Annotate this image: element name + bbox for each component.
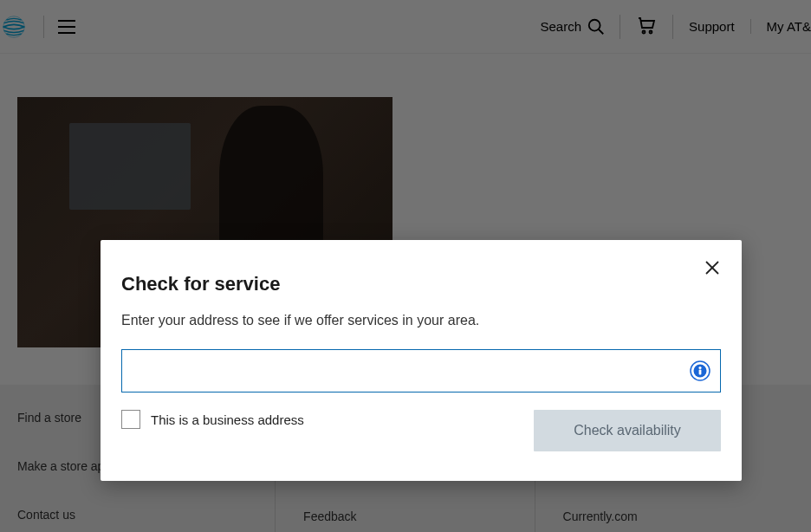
- check-availability-button[interactable]: Check availability: [534, 410, 721, 451]
- close-button[interactable]: [700, 256, 724, 280]
- password-manager-icon[interactable]: [690, 360, 710, 381]
- modal-bottom-row: This is a business address Check availab…: [121, 410, 721, 451]
- service-check-modal: Check for service Enter your address to …: [101, 240, 742, 481]
- checkbox-label: This is a business address: [151, 412, 304, 427]
- modal-title: Check for service: [121, 273, 721, 295]
- svg-point-10: [698, 367, 701, 369]
- svg-rect-11: [699, 370, 702, 375]
- checkbox-box: [121, 410, 140, 429]
- modal-subtitle: Enter your address to see if we offer se…: [121, 313, 721, 328]
- address-input-wrapper: [121, 349, 721, 393]
- address-input[interactable]: [121, 349, 721, 393]
- business-address-checkbox[interactable]: This is a business address: [121, 410, 304, 429]
- close-icon: [705, 261, 719, 275]
